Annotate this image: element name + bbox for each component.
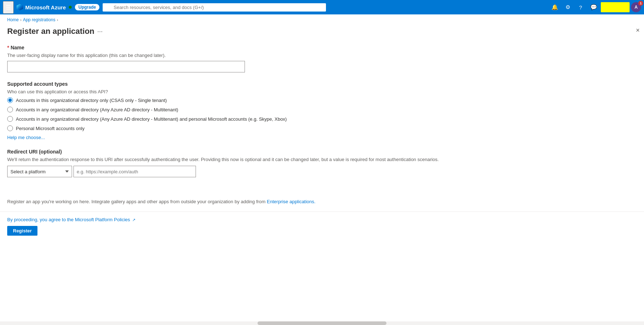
- notification-badge: 1: [638, 1, 643, 6]
- account-type-radio-1[interactable]: [7, 97, 13, 103]
- name-section-title: *Name: [7, 45, 637, 50]
- account-type-option-2[interactable]: Accounts in any organizational directory…: [7, 107, 637, 112]
- breadcrumb-separator-2: ›: [57, 18, 58, 22]
- account-type-option-4[interactable]: Personal Microsoft accounts only: [7, 125, 637, 131]
- redirect-inputs-container: Select a platform Web Single-page applic…: [7, 166, 637, 177]
- page-title: Register an application: [7, 27, 94, 36]
- policy-agreement: By proceeding, you agree to the Microsof…: [7, 217, 637, 222]
- search-container: 🔍: [103, 3, 333, 12]
- account-type-radio-4[interactable]: [7, 125, 13, 131]
- topnav-icons: 🔔 1 ⚙ ? 💬 A: [549, 1, 641, 13]
- brand-logo: Microsoft Azure: [17, 4, 66, 10]
- help-icon-button[interactable]: ?: [575, 1, 586, 13]
- yellow-upgrade-button[interactable]: [601, 2, 630, 12]
- name-section: *Name The user-facing display name for t…: [7, 45, 637, 72]
- enterprise-applications-link[interactable]: Enterprise applications.: [267, 199, 316, 204]
- notifications-icon-button[interactable]: 🔔 1: [549, 1, 560, 13]
- account-types-title: Supported account types: [7, 81, 637, 87]
- top-navigation: ☰ Microsoft Azure Upgrade 🔍 🔔 1 ⚙ ? 💬 A: [0, 0, 644, 14]
- main-content: Register an application ··· × *Name The …: [0, 25, 644, 204]
- account-type-label-1: Accounts in this organizational director…: [16, 98, 167, 103]
- account-types-question: Who can use this application or access t…: [7, 89, 637, 94]
- breadcrumb-home[interactable]: Home: [7, 17, 19, 22]
- redirect-uri-title: Redirect URI (optional): [7, 149, 637, 155]
- register-button[interactable]: Register: [7, 226, 37, 236]
- account-types-section: Supported account types Who can use this…: [7, 81, 637, 140]
- footer-note: Register an app you're working on here. …: [7, 199, 637, 204]
- search-input[interactable]: [103, 3, 326, 12]
- page-header: Register an application ···: [7, 27, 637, 36]
- account-type-label-3: Accounts in any organizational directory…: [16, 116, 287, 122]
- brand-name: Microsoft Azure: [25, 4, 66, 10]
- breadcrumb-app-registrations[interactable]: App registrations: [23, 17, 55, 22]
- account-type-radio-group: Accounts in this organizational director…: [7, 97, 637, 131]
- redirect-uri-input[interactable]: [73, 166, 196, 177]
- bottom-bar: By proceeding, you agree to the Microsof…: [0, 212, 644, 241]
- platform-select[interactable]: Select a platform Web Single-page applic…: [7, 166, 72, 177]
- redirect-uri-description: We'll return the authentication response…: [7, 157, 637, 162]
- upgrade-status-dot: [69, 6, 72, 9]
- app-name-input[interactable]: [7, 61, 245, 72]
- account-type-option-3[interactable]: Accounts in any organizational directory…: [7, 116, 637, 122]
- account-type-radio-3[interactable]: [7, 116, 13, 122]
- name-section-description: The user-facing display name for this ap…: [7, 53, 637, 58]
- required-marker: *: [7, 45, 9, 50]
- policy-text: By proceeding, you agree to the Microsof…: [7, 217, 130, 222]
- feedback-icon-button[interactable]: 💬: [588, 1, 599, 13]
- footer-note-text: Register an app you're working on here. …: [7, 199, 265, 204]
- redirect-uri-section: Redirect URI (optional) We'll return the…: [7, 149, 637, 177]
- help-me-choose-link[interactable]: Help me choose...: [7, 135, 45, 140]
- breadcrumb-separator-1: ›: [20, 18, 22, 22]
- account-type-option-1[interactable]: Accounts in this organizational director…: [7, 97, 637, 103]
- policy-link[interactable]: By proceeding, you agree to the Microsof…: [7, 217, 135, 222]
- account-type-radio-2[interactable]: [7, 107, 13, 112]
- azure-logo-icon: [17, 4, 23, 10]
- settings-icon-button[interactable]: ⚙: [562, 1, 573, 13]
- close-button[interactable]: ×: [634, 25, 641, 36]
- more-options-icon[interactable]: ···: [97, 28, 103, 35]
- account-type-label-4: Personal Microsoft accounts only: [16, 126, 85, 131]
- upgrade-button[interactable]: Upgrade: [75, 4, 100, 11]
- hamburger-menu-button[interactable]: ☰: [3, 1, 14, 14]
- external-link-icon: ↗: [132, 218, 135, 222]
- account-type-label-2: Accounts in any organizational directory…: [16, 107, 178, 112]
- breadcrumb: Home › App registrations ›: [0, 14, 644, 25]
